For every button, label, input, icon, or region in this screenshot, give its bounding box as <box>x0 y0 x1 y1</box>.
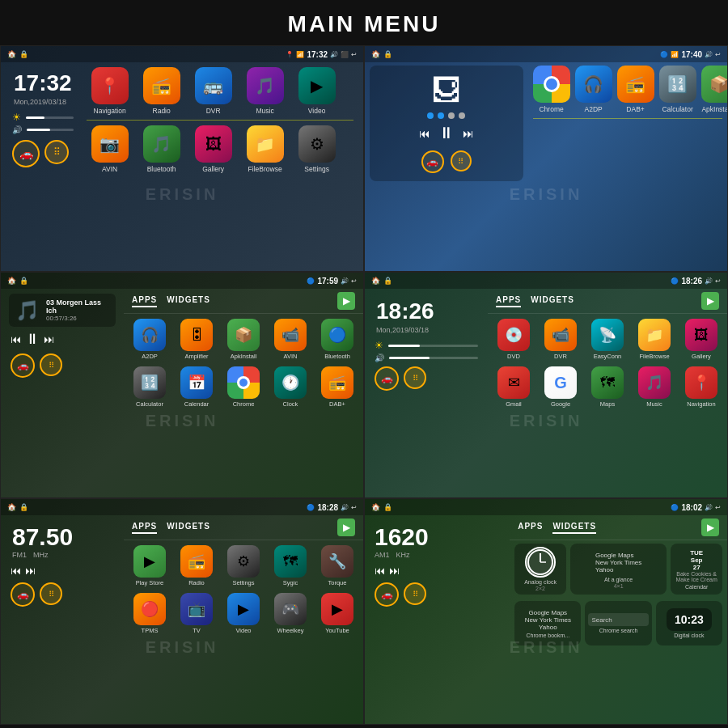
app-filebrowse-4[interactable]: 📁 FileBrowse <box>633 319 675 360</box>
back-icon-4[interactable]: ↩ <box>715 277 721 285</box>
app-settings[interactable]: ⚙ Settings <box>294 125 341 173</box>
tab-apps-5[interactable]: APPS <box>132 522 157 534</box>
app-dab[interactable]: 📻 DAB+ <box>617 66 654 113</box>
play-store-btn-5[interactable]: ▶ <box>337 518 355 536</box>
back-icon-3[interactable]: ↩ <box>351 277 357 285</box>
tab-apps-6[interactable]: APPS <box>518 522 543 534</box>
widget-chrome-search[interactable]: Search Chrome search <box>585 601 651 645</box>
car-icon-2[interactable]: 🚗 <box>421 150 444 173</box>
car-icon-4[interactable]: 🚗 <box>375 366 399 391</box>
app-video-5[interactable]: ▶ Video <box>222 593 265 634</box>
app-easyconn[interactable]: 📡 EasyConn <box>586 319 629 360</box>
car-icon-1[interactable]: 🚗 <box>12 140 40 167</box>
widget-chrome-bookmarks[interactable]: Google MapsNew York TimesYahoo Chrome bo… <box>514 601 581 645</box>
bt-play-btn[interactable]: ⏸ <box>438 124 455 142</box>
app-chrome-1[interactable]: Chrome <box>533 66 570 113</box>
tab-apps-3[interactable]: APPS <box>132 295 157 307</box>
bt-dot-1 <box>427 112 434 119</box>
app-torque[interactable]: 🔧 Torque <box>316 545 358 586</box>
tab-widgets-4[interactable]: WIDGETS <box>531 295 574 307</box>
bt-next-btn[interactable]: ⏭ <box>463 127 474 140</box>
app-dvr-4[interactable]: 📹 DVR <box>540 319 582 360</box>
app-dab-3[interactable]: 📻 DAB+ <box>316 366 358 408</box>
app-amplifier[interactable]: 🎛 Amplifier <box>176 319 218 360</box>
back-icon-2[interactable]: ↩ <box>715 51 721 58</box>
app-bluetooth-3[interactable]: 🔵 Bluetooth <box>316 319 358 360</box>
apps-grid-icon-1[interactable]: ⠿ <box>44 140 69 164</box>
app-calculator-3[interactable]: 🔢 Calculator <box>129 366 171 408</box>
app-video[interactable]: ▶ Video <box>294 67 341 115</box>
apps-grid-icon-2[interactable]: ⠿ <box>451 150 472 171</box>
home-icon-6[interactable]: 🏠 <box>371 503 380 511</box>
apps-grid-icon-5[interactable]: ⠿ <box>40 582 62 605</box>
app-clock-3[interactable]: 🕐 Clock <box>269 366 311 408</box>
app-dvd[interactable]: 💿 DVD <box>493 319 535 360</box>
tab-widgets-3[interactable]: WIDGETS <box>167 295 210 307</box>
apps-grid-icon-4[interactable]: ⠿ <box>404 366 426 389</box>
app-apk-installer-2[interactable]: 📦 ApkInstaller <box>701 66 727 113</box>
next-btn-6[interactable]: ⏭ <box>389 565 400 577</box>
app-dvr[interactable]: 🚌 DVR <box>190 67 237 115</box>
app-music[interactable]: 🎵 Music <box>242 67 289 115</box>
apps-grid-icon-6[interactable]: ⠿ <box>404 582 426 605</box>
home-icon-4[interactable]: 🏠 <box>371 277 380 285</box>
widget-analog-clock[interactable]: Analog clock 2×2 <box>514 544 566 595</box>
app-calendar-3[interactable]: 📅 Calendar <box>176 366 218 408</box>
skip-fwd-btn-3[interactable]: ⏭ <box>44 333 54 345</box>
app-playstore[interactable]: ▶ Play Store <box>129 545 171 586</box>
apps-grid-icon-3[interactable]: ⠿ <box>40 353 62 376</box>
tab-apps-4[interactable]: APPS <box>496 295 521 307</box>
app-a2dp[interactable]: 🎧 A2DP <box>575 66 612 113</box>
maps-label: Maps <box>600 400 615 408</box>
play-store-btn-6[interactable]: ▶ <box>701 518 719 536</box>
app-bluetooth-1[interactable]: 🎵 Bluetooth <box>138 125 185 173</box>
app-settings-5[interactable]: ⚙ Settings <box>222 545 265 586</box>
home-icon-1[interactable]: 🏠 <box>7 50 16 58</box>
prev-station-btn[interactable]: ⏮ <box>11 565 21 577</box>
app-google[interactable]: G Google <box>540 366 582 408</box>
back-icon-6[interactable]: ↩ <box>715 504 721 511</box>
app-filebrowse[interactable]: 📁 FileBrowse <box>242 125 289 173</box>
app-chrome-3[interactable]: Chrome <box>222 366 265 408</box>
app-avin-3[interactable]: 📹 AVIN <box>269 319 311 360</box>
widget-digital-clock[interactable]: 10:23 Digital clock <box>656 601 722 645</box>
play-pause-btn-3[interactable]: ⏸ <box>25 331 40 348</box>
back-icon-5[interactable]: ↩ <box>351 504 357 511</box>
car-icon-5[interactable]: 🚗 <box>11 582 35 607</box>
app-youtube[interactable]: ▶ YouTube <box>316 593 358 634</box>
home-icon-3[interactable]: 🏠 <box>7 277 16 285</box>
app-avin[interactable]: 📷 AVIN <box>87 125 133 173</box>
car-icon-3[interactable]: 🚗 <box>11 353 35 378</box>
skip-back-btn-3[interactable]: ⏮ <box>11 333 21 345</box>
app-navigation[interactable]: 📍 Navigation <box>87 67 133 115</box>
car-icon-6[interactable]: 🚗 <box>375 582 399 607</box>
tab-widgets-6[interactable]: WIDGETS <box>552 522 596 534</box>
app-tpms[interactable]: 🔴 TPMS <box>129 593 171 634</box>
app-tv[interactable]: 📺 TV <box>176 593 218 634</box>
play-store-btn-3[interactable]: ▶ <box>337 292 355 310</box>
app-gallery[interactable]: 🖼 Gallery <box>190 125 237 173</box>
app-maps[interactable]: 🗺 Maps <box>586 366 629 408</box>
app-navigation-4[interactable]: 📍 Navigation <box>680 366 722 408</box>
widget-at-a-glance[interactable]: Google MapsNew York TimesYahoo At a glan… <box>570 544 667 595</box>
prev-btn-6[interactable]: ⏮ <box>375 565 385 577</box>
app-gallery-4[interactable]: 🖼 Gallery <box>680 319 722 360</box>
app-sygic[interactable]: 🗺 Sygic <box>269 545 311 586</box>
next-station-btn[interactable]: ⏭ <box>25 565 36 577</box>
bt-prev-btn[interactable]: ⏮ <box>419 127 430 140</box>
app-a2dp-3[interactable]: 🎧 A2DP <box>129 319 171 360</box>
app-wheelkey[interactable]: 🎮 Wheelkey <box>269 593 311 634</box>
app-radio-5[interactable]: 📻 Radio <box>176 545 218 586</box>
widget-calendar[interactable]: TUESep27 Bake Cookies &Make Ice Cream Ca… <box>671 544 722 595</box>
play-store-btn-4[interactable]: ▶ <box>701 292 719 310</box>
tab-widgets-5[interactable]: WIDGETS <box>167 522 210 534</box>
app-radio[interactable]: 📻 Radio <box>138 67 185 115</box>
back-icon-1[interactable]: ↩ <box>351 51 357 58</box>
home-icon-2[interactable]: 🏠 <box>371 50 380 58</box>
app-apk-3[interactable]: 📦 ApkInstall <box>222 319 265 360</box>
avin-icon-3: 📹 <box>274 319 307 351</box>
app-gmail[interactable]: ✉ Gmail <box>493 366 535 408</box>
home-icon-5[interactable]: 🏠 <box>7 503 16 511</box>
app-calculator-2[interactable]: 🔢 Calculator <box>659 66 696 113</box>
app-music-4[interactable]: 🎵 Music <box>633 366 675 408</box>
